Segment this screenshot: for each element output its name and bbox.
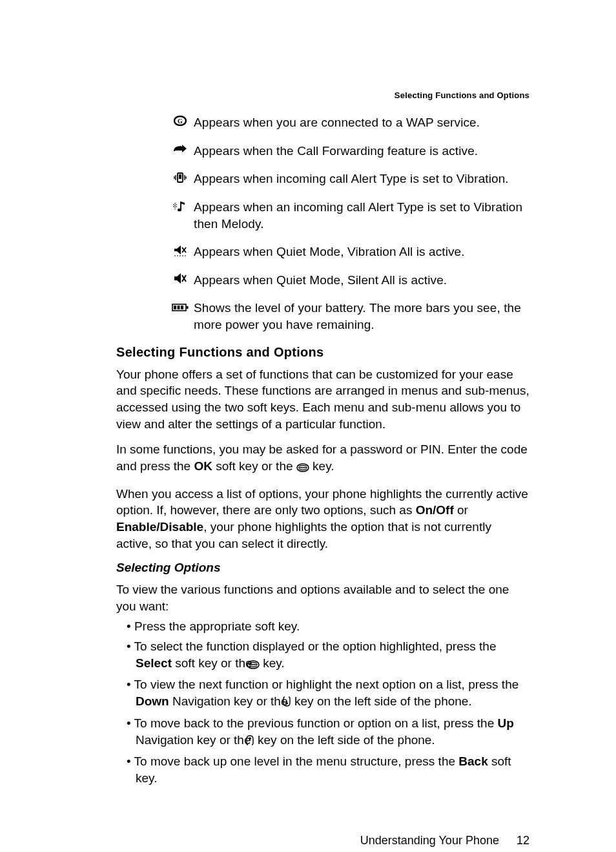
text-run: Navigation key or the [136, 733, 254, 747]
svg-rect-6 [187, 306, 189, 309]
bold-down: Down [136, 694, 169, 708]
text-run: key. [260, 656, 285, 670]
text-run: soft key or the [172, 656, 256, 670]
quiet-vibration-icon [167, 244, 194, 258]
icon-description-list: G Appears when you are connected to a WA… [167, 114, 529, 333]
text-run: To select the function displayed or the … [134, 639, 497, 653]
body-paragraph: Your phone offers a set of functions tha… [116, 366, 529, 433]
list-item: To move back to the previous function or… [116, 715, 529, 751]
svg-rect-3 [179, 174, 181, 179]
wap-icon: G [167, 114, 194, 126]
icon-row: Appears when Quiet Mode, Silent All is a… [167, 272, 529, 289]
icon-row: Shows the level of your battery. The mor… [167, 300, 529, 333]
bullet-list: Press the appropriate soft key. To selec… [116, 618, 529, 787]
ok-key-icon [296, 460, 309, 477]
bold-select: Select [136, 656, 172, 670]
icon-row: Appears when Quiet Mode, Vibration All i… [167, 244, 529, 260]
list-item: To move back up one level in the menu st… [116, 753, 529, 787]
text-run: soft key or the [212, 459, 296, 473]
text-run: To move back up one level in the menu st… [134, 754, 459, 768]
sub-heading: Selecting Options [116, 561, 529, 575]
text-run: or [454, 503, 468, 517]
text-run: To move back to the previous function or… [134, 716, 498, 730]
page-number: 12 [517, 834, 529, 847]
list-item: To select the function displayed or the … [116, 638, 529, 674]
bold-onoff: On/Off [416, 503, 454, 517]
icon-row: Appears when an incoming call Alert Type… [167, 199, 529, 232]
vibration-melody-icon [167, 199, 194, 213]
list-item: Press the appropriate soft key. [116, 618, 529, 635]
quiet-silent-icon [167, 272, 194, 284]
svg-rect-9 [181, 306, 183, 309]
text-run: key on the left side of the phone. [254, 733, 435, 747]
call-forward-icon [167, 143, 194, 153]
svg-point-4 [178, 209, 181, 211]
running-header: Selecting Functions and Options [116, 90, 529, 100]
battery-icon [167, 300, 194, 311]
svg-rect-8 [178, 306, 180, 309]
text-run: To view the next function or highlight t… [134, 678, 519, 691]
icon-description: Appears when Quiet Mode, Silent All is a… [194, 272, 529, 289]
icon-description: Appears when Quiet Mode, Vibration All i… [194, 244, 529, 260]
bold-ok: OK [194, 459, 212, 473]
list-item: To view the next function or highlight t… [116, 676, 529, 712]
icon-description: Appears when you are connected to a WAP … [194, 114, 529, 131]
bold-enabledisable: Enable/Disable [116, 520, 203, 534]
icon-description: Appears when an incoming call Alert Type… [194, 199, 529, 232]
section-heading: Selecting Functions and Options [116, 345, 529, 360]
text-run: key. [309, 459, 334, 473]
body-paragraph: When you access a list of options, your … [116, 486, 529, 552]
icon-row: G Appears when you are connected to a WA… [167, 114, 529, 131]
body-paragraph: In some functions, you may be asked for … [116, 441, 529, 476]
icon-row: Appears when incoming call Alert Type is… [167, 171, 529, 187]
icon-description: Appears when the Call Forwarding feature… [194, 143, 529, 160]
text-run: key on the left side of the phone. [291, 694, 472, 708]
svg-text:G: G [178, 118, 183, 125]
icon-description: Appears when incoming call Alert Type is… [194, 171, 529, 187]
text-run: Navigation key or the [169, 694, 291, 708]
footer-section-name: Understanding Your Phone [360, 834, 499, 847]
icon-row: Appears when the Call Forwarding feature… [167, 143, 529, 160]
svg-rect-7 [174, 306, 176, 309]
page-footer: Understanding Your Phone 12 [360, 834, 529, 847]
content-area: Selecting Functions and Options G Appear… [116, 90, 529, 789]
page: Selecting Functions and Options G Appear… [0, 0, 616, 852]
vibration-icon [167, 171, 194, 183]
icon-description: Shows the level of your battery. The mor… [194, 300, 529, 333]
body-paragraph: To view the various functions and option… [116, 581, 529, 614]
bold-back: Back [458, 754, 488, 768]
bold-up: Up [498, 716, 514, 730]
